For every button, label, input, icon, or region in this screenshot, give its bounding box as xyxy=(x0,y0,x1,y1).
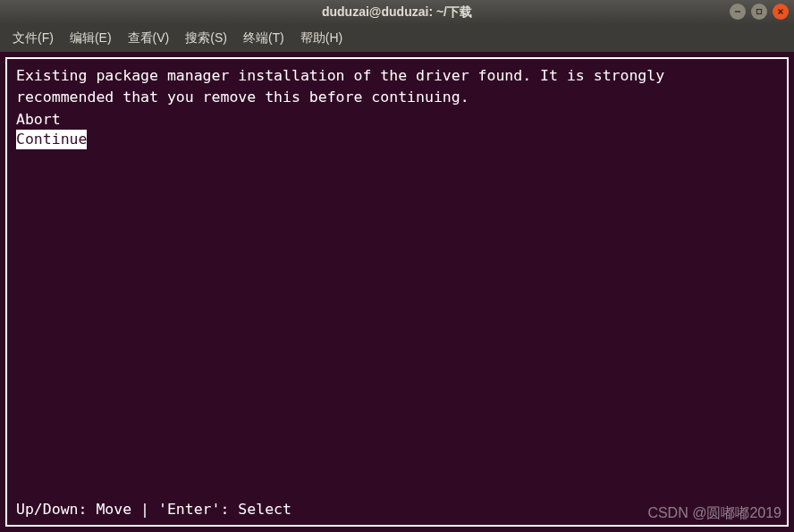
window-title: duduzai@duduzai: ~/下载 xyxy=(322,4,472,21)
close-icon[interactable] xyxy=(773,4,789,20)
menubar: 文件(F) 编辑(E) 查看(V) 搜索(S) 终端(T) 帮助(H) xyxy=(0,25,794,52)
svg-rect-1 xyxy=(757,10,762,14)
menu-view[interactable]: 查看(V) xyxy=(121,27,177,50)
titlebar: duduzai@duduzai: ~/下载 xyxy=(0,0,794,25)
option-continue[interactable]: Continue xyxy=(16,130,778,149)
minimize-icon[interactable] xyxy=(730,4,746,20)
menu-file[interactable]: 文件(F) xyxy=(5,27,61,50)
terminal-frame: Existing package manager installation of… xyxy=(5,57,789,527)
menu-edit[interactable]: 编辑(E) xyxy=(63,27,119,50)
message-line: recommended that you remove this before … xyxy=(16,88,778,107)
footer-hint: Up/Down: Move | 'Enter': Select xyxy=(16,500,291,519)
watermark: CSDN @圆嘟嘟2019 xyxy=(647,504,781,523)
option-abort[interactable]: Abort xyxy=(16,110,778,130)
maximize-icon[interactable] xyxy=(751,4,767,20)
menu-help[interactable]: 帮助(H) xyxy=(293,27,350,50)
menu-terminal[interactable]: 终端(T) xyxy=(236,27,291,50)
terminal-area[interactable]: Existing package manager installation of… xyxy=(0,52,794,532)
message-line: Existing package manager installation of… xyxy=(16,66,778,86)
option-label: Abort xyxy=(16,110,61,130)
option-label: Continue xyxy=(16,130,87,149)
menu-search[interactable]: 搜索(S) xyxy=(178,27,234,50)
window-controls xyxy=(730,4,789,20)
